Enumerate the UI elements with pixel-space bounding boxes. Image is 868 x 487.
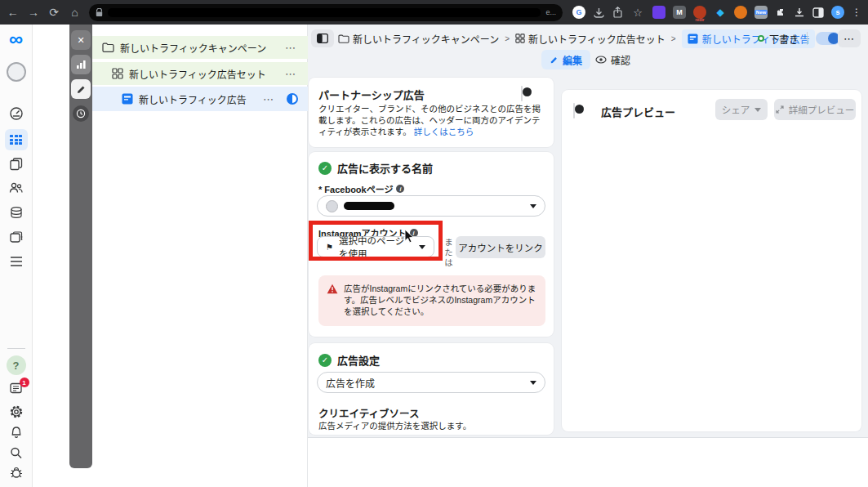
new-extension-icon[interactable]: New — [754, 6, 768, 19]
google-extension-icon[interactable]: G — [572, 6, 585, 19]
sidebar-item-media[interactable] — [9, 230, 24, 244]
fox-extension-icon[interactable] — [734, 6, 747, 19]
browser-menu-icon[interactable]: ⋮ — [852, 7, 861, 18]
page-avatar — [326, 200, 338, 212]
footer-bar — [308, 437, 868, 487]
sidebar-item-billing[interactable] — [9, 206, 24, 220]
or-separator: または — [443, 238, 455, 269]
ad-setup-title: ✓ 広告設定 — [318, 352, 380, 368]
bug-icon — [9, 466, 24, 480]
meta-logo[interactable]: ∞ — [9, 29, 23, 49]
sidebar-item-help[interactable]: ? — [7, 355, 26, 375]
ad-icon — [122, 93, 133, 105]
address-bar[interactable]: e... — [89, 4, 563, 21]
section-complete-icon: ✓ — [318, 354, 332, 367]
ad-active-toggle[interactable] — [816, 32, 840, 45]
sidebar-item-updates[interactable]: 1 — [9, 382, 24, 395]
ad-setup-select[interactable]: 広告を作成 — [317, 372, 545, 393]
breadcrumb-campaign[interactable]: 新しいトラフィックキャンペーン — [338, 32, 499, 46]
campaign-tree-panel: 新しいトラフィックキャンペーン ⋯ 新しいトラフィック広告セット ⋯ 新しいトラ… — [92, 25, 308, 487]
ad-preview-panel — [562, 90, 861, 431]
sidebar-collapse-icon — [317, 34, 328, 43]
ads-manager-screen: ← → ⟳ ⌂ e... G ☆ M redir ◆ New s ⋮ ∞ — [0, 0, 868, 487]
account-avatar[interactable] — [7, 62, 26, 82]
speedometer-icon — [9, 106, 24, 121]
facebook-page-select[interactable] — [317, 195, 545, 217]
redacted-page-name — [344, 202, 394, 210]
chevron-down-icon — [754, 108, 761, 112]
url-tail-text: e... — [545, 8, 556, 16]
draft-status-label: 下書き — [769, 32, 799, 46]
tree-item-menu[interactable]: ⋯ — [285, 68, 296, 80]
share-icon[interactable] — [612, 7, 623, 18]
sidebar-item-all-tools[interactable] — [9, 256, 24, 267]
section-complete-icon: ✓ — [318, 162, 332, 175]
adset-grid-icon — [112, 68, 123, 79]
contrast-status-icon[interactable] — [287, 93, 298, 105]
breadcrumb-chevron: > — [670, 34, 677, 43]
extensions-puzzle-icon[interactable] — [775, 7, 786, 18]
collapse-sidebar-button[interactable] — [311, 29, 334, 47]
mail-extension-icon[interactable]: M — [673, 6, 686, 19]
tree-item-campaign[interactable]: 新しいトラフィックキャンペーン ⋯ — [92, 36, 308, 59]
breadcrumb-adset[interactable]: 新しいトラフィック広告セット — [515, 32, 665, 46]
tab-edit-active[interactable]: 編集 — [541, 50, 590, 69]
sidebar-item-notifications[interactable] — [9, 426, 23, 440]
campaigns-table-icon — [10, 135, 22, 145]
breadcrumb-chevron: > — [504, 34, 510, 43]
folder-icon — [102, 42, 114, 52]
red-annotation-box — [309, 221, 443, 261]
link-account-button[interactable]: アカウントをリンク — [456, 236, 545, 258]
side-edit-toolbar: ✕ — [69, 25, 92, 468]
sidebar-item-campaigns[interactable] — [5, 129, 28, 150]
draft-status: 下書き — [758, 29, 840, 47]
downloads-icon[interactable] — [794, 7, 805, 18]
hamburger-menu-icon — [9, 256, 24, 267]
chevron-down-icon — [530, 381, 536, 385]
bar-chart-icon — [76, 60, 87, 69]
ad-preview-toggle[interactable] — [573, 103, 575, 118]
browser-back-icon[interactable]: ← — [7, 6, 19, 19]
browser-home-icon[interactable]: ⌂ — [69, 6, 81, 19]
diamond-extension-icon[interactable]: ◆ — [714, 6, 727, 19]
sidebar-item-search[interactable] — [9, 446, 23, 460]
edit-tool-button-active[interactable] — [71, 79, 91, 99]
save-page-icon[interactable] — [593, 7, 605, 18]
split-view-icon[interactable] — [812, 7, 824, 18]
ad-preview-title: 広告プレビュー — [601, 104, 675, 119]
browser-profile-avatar[interactable]: s — [831, 6, 844, 19]
tree-item-ad-selected[interactable]: 新しいトラフィック広告 ⋯ — [92, 87, 308, 111]
bookmark-star-icon[interactable]: ☆ — [630, 7, 645, 19]
close-panel-button[interactable]: ✕ — [71, 30, 91, 50]
tree-item-adset[interactable]: 新しいトラフィック広告セット ⋯ — [92, 62, 308, 85]
coins-stack-icon — [9, 206, 24, 220]
redacted-url — [108, 8, 541, 17]
charts-tool-button[interactable] — [71, 55, 91, 74]
learn-more-link[interactable]: 詳しくはこちら — [414, 127, 474, 136]
media-library-icon — [9, 230, 24, 244]
sidebar-item-audiences[interactable] — [8, 181, 24, 194]
tab-review[interactable]: 確認 — [590, 50, 635, 69]
header-more-button[interactable]: ⋯ — [838, 29, 861, 47]
tree-item-menu[interactable]: ⋯ — [263, 93, 274, 105]
advanced-preview-button[interactable]: 詳細プレビュー — [774, 99, 856, 120]
expand-icon — [776, 105, 784, 114]
purple-extension-icon[interactable] — [652, 6, 665, 19]
redirect-extension-icon[interactable]: redir — [693, 6, 706, 19]
sidebar-item-overview[interactable] — [9, 106, 24, 121]
share-button[interactable]: シェア — [715, 99, 768, 120]
lock-icon — [96, 8, 103, 17]
browser-forward-icon[interactable]: → — [27, 6, 39, 19]
sidebar-item-settings[interactable] — [9, 404, 24, 419]
partnership-ads-toggle[interactable] — [521, 86, 523, 101]
browser-reload-icon[interactable]: ⟳ — [48, 6, 60, 19]
sidebar-item-pages[interactable] — [9, 157, 24, 172]
sidebar-item-report-bug[interactable] — [9, 466, 24, 480]
history-tool-button[interactable] — [73, 105, 89, 122]
clock-icon — [76, 109, 86, 118]
help-icon: ? — [7, 355, 26, 375]
facebook-page-label: * Facebookページ i — [318, 182, 404, 195]
draft-status-icon — [758, 35, 764, 42]
info-icon[interactable]: i — [396, 185, 404, 193]
tree-item-menu[interactable]: ⋯ — [285, 42, 296, 54]
